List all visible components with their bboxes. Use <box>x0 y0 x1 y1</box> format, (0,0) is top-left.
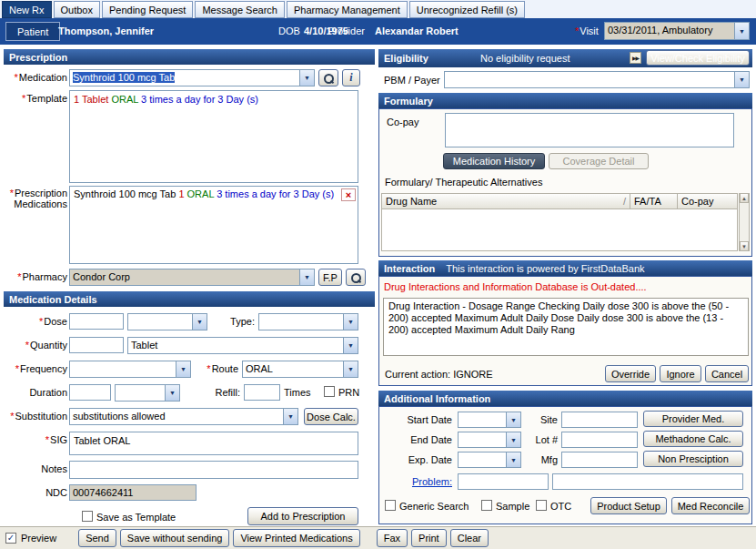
sample-label: Sample <box>496 501 529 512</box>
dropdown-arrow-icon[interactable]: ▼ <box>283 409 297 424</box>
dropdown-arrow-icon[interactable]: ▼ <box>165 385 179 401</box>
dose-calc-button[interactable]: Dose Calc. <box>304 408 358 425</box>
ignore-button[interactable]: Ignore <box>660 365 701 382</box>
add-to-prescription-button[interactable]: Add to Prescription <box>247 507 358 525</box>
patient-button[interactable]: Patient <box>5 22 60 41</box>
right-column: Eligibility No eligibility request ▶▶ Vi… <box>378 49 752 524</box>
pharmacy-select[interactable]: Condor Corp ▼ <box>69 269 315 286</box>
clear-button[interactable]: Clear <box>450 529 489 547</box>
product-setup-button[interactable]: Product Setup <box>590 497 667 514</box>
mfg-input[interactable] <box>561 452 638 468</box>
dropdown-arrow-icon[interactable]: ▼ <box>343 314 358 330</box>
prescription-medication-item[interactable]: Synthroid 100 mcg Tab 1 ORAL 3 times a d… <box>70 187 358 201</box>
problem-detail-input[interactable] <box>552 473 743 490</box>
print-button[interactable]: Print <box>411 529 447 547</box>
lot-input[interactable] <box>561 432 638 448</box>
override-button[interactable]: Override <box>605 365 656 382</box>
fax-button[interactable]: Fax <box>377 529 408 547</box>
problem-input[interactable] <box>458 473 549 490</box>
view-printed-medications-button[interactable]: View Printed Medications <box>233 529 359 547</box>
dropdown-arrow-icon[interactable]: ▼ <box>343 338 358 353</box>
dropdown-arrow-icon[interactable]: ▼ <box>734 23 749 39</box>
scroll-down-icon[interactable]: ▼ <box>740 241 749 251</box>
send-button[interactable]: Send <box>78 529 116 547</box>
copay-box[interactable] <box>445 113 734 147</box>
frequency-select[interactable]: ▼ <box>69 361 191 378</box>
tab-new-rx[interactable]: New Rx <box>2 1 52 18</box>
dose-unit-select[interactable]: ▼ <box>127 313 207 330</box>
dropdown-arrow-icon[interactable]: ▼ <box>299 70 314 86</box>
ndc-input[interactable] <box>69 484 197 501</box>
quantity-unit-select[interactable]: Tablet▼ <box>127 337 358 354</box>
medication-select[interactable]: Synthroid 100 mcg Tab ▼ <box>69 69 315 86</box>
tab-unrecognized-refill[interactable]: Unrecognized Refill (s) <box>409 1 525 18</box>
otc-checkbox[interactable] <box>536 500 547 511</box>
dropdown-arrow-icon[interactable]: ▼ <box>299 269 314 285</box>
generic-search-checkbox[interactable] <box>385 500 396 511</box>
medication-details-title: Medication Details <box>9 294 97 305</box>
provider-med-button[interactable]: Provider Med. <box>643 411 743 427</box>
route-select[interactable]: ORAL▼ <box>242 361 358 378</box>
view-check-eligibility-button[interactable]: View/Check Eligibility <box>646 50 750 66</box>
site-input[interactable] <box>561 412 638 428</box>
pharmacy-search-button[interactable] <box>346 269 366 286</box>
medication-history-button[interactable]: Medication History <box>443 153 545 169</box>
non-prescription-button[interactable]: Non Presciption <box>643 451 743 467</box>
medication-details-header: Medication Details <box>4 291 375 307</box>
substitution-select[interactable]: substitutions allowed▼ <box>69 408 298 425</box>
delete-medication-button[interactable]: × <box>341 188 356 201</box>
formulary-header: Formulary <box>378 93 752 108</box>
medication-search-button[interactable] <box>318 69 338 86</box>
dose-input[interactable] <box>69 313 124 330</box>
tab-pharmacy-management[interactable]: Pharmacy Management <box>287 1 408 18</box>
alternatives-label: Formulary/ Therapeutic Alternatives <box>385 177 542 188</box>
type-select[interactable]: ▼ <box>258 313 358 330</box>
prn-checkbox[interactable] <box>324 386 335 397</box>
duration-unit-select[interactable]: ▼ <box>115 384 180 402</box>
med-frequency: 3 times a day for 3 Day (s) <box>217 188 334 199</box>
pbm-payer-select[interactable]: ▼ <box>444 71 750 88</box>
formulary-scrollbar[interactable]: ▲ ▼ <box>739 193 750 251</box>
notes-box[interactable] <box>69 461 358 479</box>
methadone-calc-button[interactable]: Methadone Calc. <box>643 431 743 447</box>
fast-forward-icon[interactable]: ▶▶ <box>630 52 641 64</box>
dropdown-arrow-icon[interactable]: ▼ <box>506 432 520 447</box>
end-date-select[interactable]: ▼ <box>458 432 521 448</box>
dropdown-arrow-icon[interactable]: ▼ <box>192 314 207 330</box>
quantity-input[interactable] <box>69 337 124 353</box>
tab-outbox[interactable]: Outbox <box>54 1 100 18</box>
start-date-select[interactable]: ▼ <box>458 412 521 428</box>
column-drug-name[interactable]: Drug Name/ <box>382 194 630 208</box>
prescription-title: Prescription <box>9 52 67 63</box>
duration-input[interactable] <box>69 384 111 401</box>
save-as-template-checkbox[interactable] <box>82 511 93 522</box>
dropdown-arrow-icon[interactable]: ▼ <box>343 361 358 377</box>
dropdown-arrow-icon[interactable]: ▼ <box>506 452 520 467</box>
scroll-up-icon[interactable]: ▲ <box>740 193 749 203</box>
favorite-pharmacy-button[interactable]: F.P <box>318 269 342 286</box>
lot-label: Lot # <box>523 434 558 445</box>
dropdown-arrow-icon[interactable]: ▼ <box>734 72 749 87</box>
med-reconcile-button[interactable]: Med Reconcile <box>671 497 750 514</box>
refill-input[interactable] <box>244 384 280 401</box>
visit-value: 03/31/2011, Ambulatory <box>605 23 734 39</box>
problem-link[interactable]: Problem: <box>379 476 452 487</box>
column-copay[interactable]: Co-pay <box>677 194 737 208</box>
cancel-button[interactable]: Cancel <box>705 365 749 382</box>
tab-pending-request[interactable]: Pending Request <box>102 1 193 18</box>
dropdown-arrow-icon[interactable]: ▼ <box>506 412 520 427</box>
exp-date-select[interactable]: ▼ <box>458 452 521 468</box>
preview-checkbox[interactable]: ✓ <box>5 533 16 544</box>
sig-box[interactable]: Tablet ORAL <box>69 432 358 455</box>
tab-message-search[interactable]: Message Search <box>195 1 285 18</box>
notes-label: Notes <box>4 463 67 474</box>
coverage-detail-button[interactable]: Coverage Detail <box>549 153 649 169</box>
visit-select[interactable]: 03/31/2011, Ambulatory ▼ <box>604 22 750 40</box>
type-label: Type: <box>209 316 255 327</box>
template-box[interactable]: 1 Tablet ORAL 3 times a day for 3 Day (s… <box>69 90 358 183</box>
medication-info-button[interactable]: i <box>342 69 360 86</box>
dropdown-arrow-icon[interactable]: ▼ <box>176 361 190 377</box>
sample-checkbox[interactable] <box>481 500 492 511</box>
save-without-sending-button[interactable]: Save without sending <box>120 529 230 547</box>
column-fata[interactable]: FA/TA <box>630 194 677 208</box>
